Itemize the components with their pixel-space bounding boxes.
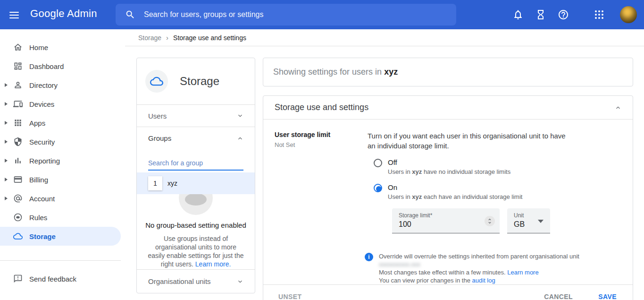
radio-off-description: Users in xyz have no individual storage … xyxy=(388,168,510,175)
sidebar-item-billing[interactable]: Billing xyxy=(0,170,125,189)
learn-more-link[interactable]: Learn more xyxy=(507,269,538,276)
group-search-field[interactable] xyxy=(148,159,243,171)
cloud-icon xyxy=(150,75,163,88)
chevron-down-icon xyxy=(237,278,243,285)
sidebar-item-send-feedback[interactable]: Send feedback xyxy=(0,269,125,288)
chevron-down-icon xyxy=(237,112,243,119)
users-section-toggle[interactable]: Users xyxy=(137,105,255,127)
group-result-name: xyz xyxy=(167,180,177,187)
reporting-chart-icon xyxy=(13,156,23,165)
security-shield-icon xyxy=(13,137,23,146)
billing-card-icon xyxy=(13,175,23,184)
home-icon xyxy=(13,43,23,52)
feedback-icon xyxy=(13,274,23,283)
audit-log-link[interactable]: audit log xyxy=(472,277,495,284)
expand-arrow-icon[interactable] xyxy=(5,159,8,163)
sidebar-item-account[interactable]: Account xyxy=(0,189,125,208)
sidebar-item-home[interactable]: Home xyxy=(0,38,125,57)
unit-label: Unit xyxy=(514,212,544,219)
search-input[interactable] xyxy=(144,10,456,19)
apps-grid-icon[interactable] xyxy=(594,9,605,20)
help-icon[interactable] xyxy=(558,9,569,20)
settings-section-header[interactable]: Storage use and settings xyxy=(263,96,633,120)
expand-arrow-icon[interactable] xyxy=(5,83,8,87)
radio-option-on[interactable]: On Users in xyz each have an individual … xyxy=(374,183,621,200)
sidebar-item-directory[interactable]: Directory xyxy=(0,76,125,94)
scope-target: xyz xyxy=(384,67,398,77)
storage-limit-input[interactable] xyxy=(399,220,455,229)
chevron-up-icon xyxy=(237,135,243,142)
sidebar-item-apps[interactable]: Apps xyxy=(0,113,125,132)
redacted-parent-ou: xxxxxxxxxx.xxx xyxy=(379,261,420,268)
expand-arrow-icon[interactable] xyxy=(5,197,8,200)
sidebar-item-storage[interactable]: Storage xyxy=(0,227,121,246)
storage-cloud-badge xyxy=(145,70,168,93)
radio-off-icon[interactable] xyxy=(374,159,382,167)
devices-icon xyxy=(13,99,23,109)
unset-button[interactable]: UNSET xyxy=(278,293,301,300)
storage-limit-label: Storage limit* xyxy=(399,212,493,219)
sidebar-divider xyxy=(0,260,121,261)
unit-select[interactable]: Unit GB xyxy=(507,208,550,233)
setting-status: Not Set xyxy=(275,141,368,148)
breadcrumb: Storage › Storage use and settings xyxy=(125,29,644,46)
learn-more-link[interactable]: Learn more. xyxy=(195,260,231,268)
number-stepper-icon[interactable] xyxy=(485,216,495,226)
group-result-badge: 1 xyxy=(148,176,162,190)
sidebar-item-devices[interactable]: Devices xyxy=(0,94,125,113)
rules-icon xyxy=(13,213,23,222)
setting-description: Turn on if you want each user in this or… xyxy=(368,131,566,151)
avatar[interactable] xyxy=(620,6,637,23)
notifications-icon[interactable] xyxy=(512,9,524,20)
group-search-result[interactable]: 1 xyz xyxy=(137,172,255,194)
empty-state-body: Use groups instead of organisational uni… xyxy=(147,234,244,268)
tasks-hourglass-icon[interactable] xyxy=(535,9,546,20)
cancel-button[interactable]: CANCEL xyxy=(544,293,573,300)
radio-on-description: Users in xyz each have an individual sto… xyxy=(388,193,522,200)
info-icon: i xyxy=(365,253,373,261)
info-note: i Override will overrule the settings in… xyxy=(365,252,621,284)
sidebar-nav: Home Dashboard Directory Devices Apps Se… xyxy=(0,29,125,300)
global-search[interactable] xyxy=(116,4,456,26)
sidebar-item-security[interactable]: Security xyxy=(0,132,125,151)
radio-on-icon[interactable] xyxy=(374,184,382,192)
sidebar-item-rules[interactable]: Rules xyxy=(0,208,125,227)
sidebar-item-dashboard[interactable]: Dashboard xyxy=(0,57,125,76)
expand-arrow-icon[interactable] xyxy=(5,178,8,181)
breadcrumb-parent[interactable]: Storage xyxy=(138,34,161,42)
setting-name: User storage limit xyxy=(275,131,368,138)
radio-option-off[interactable]: Off Users in xyz have no individual stor… xyxy=(374,158,621,175)
storage-limit-field[interactable]: Storage limit* xyxy=(392,208,500,233)
expand-arrow-icon[interactable] xyxy=(5,121,8,125)
groups-section-toggle[interactable]: Groups xyxy=(137,127,255,149)
group-search-input[interactable] xyxy=(148,159,243,167)
google-admin-page: Google Admin Home Dashboard Directory xyxy=(0,0,644,300)
directory-icon xyxy=(13,80,23,90)
breadcrumb-separator-icon: › xyxy=(166,34,168,42)
org-units-section-toggle[interactable]: Organisational units xyxy=(137,269,255,293)
panel-header: Storage xyxy=(137,58,255,105)
scope-text: Showing settings for users in xyz xyxy=(273,67,398,77)
settings-action-bar: UNSET CANCEL SAVE xyxy=(263,284,633,300)
settings-section-title: Storage use and settings xyxy=(275,103,368,112)
scope-banner: Showing settings for users in xyz xyxy=(263,58,633,86)
storage-cloud-icon xyxy=(13,231,23,241)
storage-settings-card: Storage use and settings User storage li… xyxy=(263,95,633,300)
expand-arrow-icon[interactable] xyxy=(5,102,8,106)
save-button[interactable]: SAVE xyxy=(598,293,617,300)
search-icon xyxy=(125,9,135,20)
dashboard-icon xyxy=(13,61,23,71)
expand-arrow-icon[interactable] xyxy=(5,140,8,144)
empty-state-title: No group-based setting enabled xyxy=(137,221,255,229)
panel-title: Storage xyxy=(180,75,219,88)
sidebar-item-reporting[interactable]: Reporting xyxy=(0,151,125,170)
storage-scope-panel: Storage Users Groups 1 xyz No group-base… xyxy=(136,58,255,293)
radio-group: Off Users in xyz have no individual stor… xyxy=(374,158,621,200)
product-logo: Google Admin xyxy=(30,8,97,20)
account-at-icon xyxy=(13,194,23,203)
dropdown-caret-icon xyxy=(538,220,544,223)
collapse-chevron-up-icon[interactable] xyxy=(615,104,621,111)
breadcrumb-current: Storage use and settings xyxy=(173,34,246,42)
menu-icon[interactable] xyxy=(9,10,20,19)
top-app-bar: Google Admin xyxy=(0,0,644,29)
